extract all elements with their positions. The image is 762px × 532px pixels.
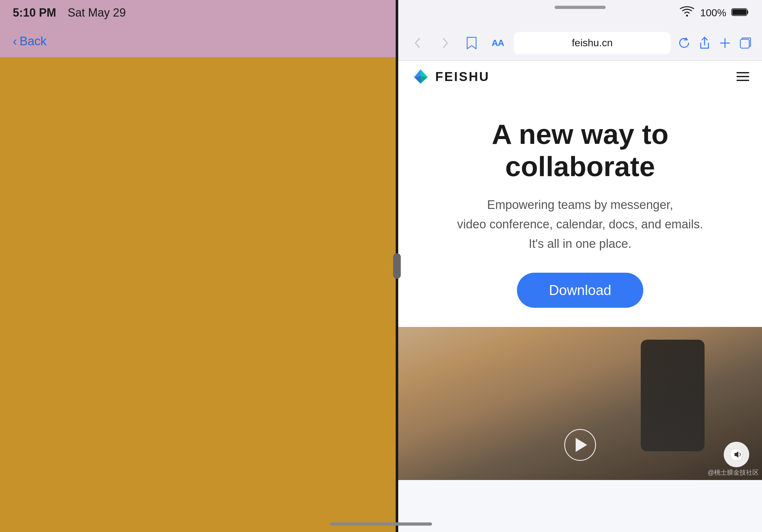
feishu-hero-subtitle: Empowering teams by messenger, video con… (418, 195, 743, 253)
speaker-grill (555, 6, 606, 9)
split-view-divider[interactable] (396, 0, 398, 532)
safari-reload-button[interactable] (677, 36, 691, 50)
back-chevron-icon: ‹ (13, 34, 17, 48)
feishu-logo-text: FEISHU (435, 70, 490, 84)
safari-bookmarks-button[interactable] (461, 33, 482, 53)
left-panel: 5:10 PM Sat May 29 ‹ Back (0, 0, 396, 532)
back-label: Back (20, 34, 46, 48)
divider-handle[interactable] (393, 253, 401, 279)
svg-rect-3 (740, 39, 749, 48)
feishu-download-button[interactable]: Download (517, 273, 643, 308)
video-mute-button[interactable] (724, 442, 749, 467)
feishu-hamburger-menu[interactable] (736, 72, 749, 81)
video-thumbnail: @桃士膜金技社区 (398, 327, 762, 480)
right-status-bar: 100% (398, 0, 762, 26)
safari-forward-button[interactable] (435, 33, 455, 53)
battery-icon (731, 7, 749, 18)
back-button[interactable]: ‹ Back (13, 34, 46, 48)
left-content-area (0, 57, 396, 532)
wifi-icon (679, 6, 695, 20)
safari-reader-button[interactable]: AA (488, 38, 507, 48)
home-indicator (330, 522, 432, 526)
right-panel: 100% (398, 0, 762, 532)
svg-point-0 (686, 15, 688, 17)
safari-address-bar[interactable]: feishu.cn (514, 32, 671, 54)
left-status-bar: 5:10 PM Sat May 29 (0, 0, 396, 26)
status-right-icons: 100% (679, 6, 749, 20)
safari-add-tab-button[interactable] (718, 36, 732, 50)
feishu-hero-title: A new way to collaborate (418, 118, 743, 182)
safari-toolbar: AA feishu.cn (398, 26, 762, 61)
feishu-logo: FEISHU (411, 67, 490, 86)
status-date: Sat May 29 (68, 6, 126, 20)
feishu-navbar: FEISHU (398, 61, 762, 93)
watermark-text: @桃士膜金技社区 (708, 468, 759, 477)
feishu-hero-section: A new way to collaborate Empowering team… (398, 93, 762, 327)
url-text: feishu.cn (572, 37, 613, 49)
hamburger-line-2 (736, 76, 749, 77)
safari-tabs-button[interactable] (738, 36, 752, 50)
left-nav-bar: ‹ Back (0, 26, 396, 57)
battery-percentage: 100% (700, 7, 726, 19)
safari-share-button[interactable] (698, 36, 712, 50)
svg-rect-2 (732, 9, 746, 15)
video-play-button[interactable] (564, 429, 596, 461)
status-time: 5:10 PM (13, 6, 56, 20)
feishu-logo-icon (411, 67, 430, 86)
safari-back-button[interactable] (408, 33, 428, 53)
feishu-video-section: @桃士膜金技社区 (398, 327, 762, 480)
hamburger-line-1 (736, 72, 749, 73)
hamburger-line-3 (736, 80, 749, 81)
feishu-website: FEISHU A new way to collaborate Empoweri… (398, 61, 762, 532)
